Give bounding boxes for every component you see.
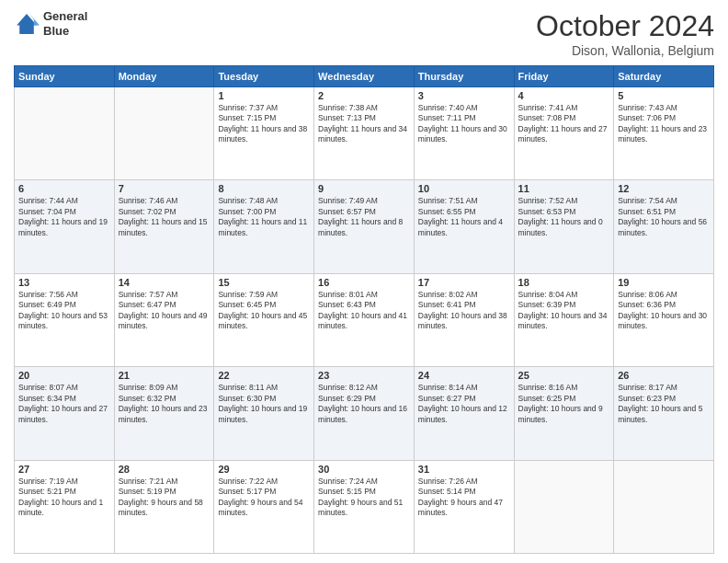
- cell-details: Sunrise: 7:38 AM Sunset: 7:13 PM Dayligh…: [318, 103, 410, 145]
- cell-details: Sunrise: 7:24 AM Sunset: 5:15 PM Dayligh…: [318, 477, 410, 519]
- day-header-tuesday: Tuesday: [214, 66, 314, 87]
- day-number: 4: [518, 90, 610, 101]
- day-number: 20: [18, 370, 110, 381]
- day-number: 17: [418, 277, 510, 288]
- day-number: 14: [119, 277, 210, 288]
- cell-details: Sunrise: 7:48 AM Sunset: 7:00 PM Dayligh…: [218, 196, 310, 238]
- calendar-week-row: 13Sunrise: 7:56 AM Sunset: 6:49 PM Dayli…: [15, 273, 714, 366]
- calendar-cell: 17Sunrise: 8:02 AM Sunset: 6:41 PM Dayli…: [414, 273, 514, 366]
- calendar-cell: 27Sunrise: 7:19 AM Sunset: 5:21 PM Dayli…: [15, 460, 115, 553]
- calendar-cell: 31Sunrise: 7:26 AM Sunset: 5:14 PM Dayli…: [414, 460, 514, 553]
- cell-details: Sunrise: 7:49 AM Sunset: 6:57 PM Dayligh…: [318, 196, 410, 238]
- cell-details: Sunrise: 7:46 AM Sunset: 7:02 PM Dayligh…: [119, 196, 210, 238]
- day-number: 7: [119, 183, 210, 194]
- day-number: 1: [218, 90, 310, 101]
- cell-details: Sunrise: 8:02 AM Sunset: 6:41 PM Dayligh…: [418, 290, 510, 332]
- cell-details: Sunrise: 8:16 AM Sunset: 6:25 PM Dayligh…: [518, 383, 610, 425]
- calendar-cell: 8Sunrise: 7:48 AM Sunset: 7:00 PM Daylig…: [214, 180, 314, 273]
- calendar-cell: 30Sunrise: 7:24 AM Sunset: 5:15 PM Dayli…: [314, 460, 415, 553]
- calendar-cell: [114, 87, 214, 180]
- day-number: 16: [318, 277, 410, 288]
- logo-line1: General: [43, 9, 87, 24]
- calendar-week-row: 27Sunrise: 7:19 AM Sunset: 5:21 PM Dayli…: [15, 460, 714, 553]
- calendar-cell: 15Sunrise: 7:59 AM Sunset: 6:45 PM Dayli…: [214, 273, 314, 366]
- day-number: 25: [518, 370, 610, 381]
- calendar-week-row: 1Sunrise: 7:37 AM Sunset: 7:15 PM Daylig…: [15, 87, 714, 180]
- calendar-week-row: 20Sunrise: 8:07 AM Sunset: 6:34 PM Dayli…: [15, 367, 714, 460]
- cell-details: Sunrise: 8:01 AM Sunset: 6:43 PM Dayligh…: [318, 290, 410, 332]
- day-number: 31: [418, 464, 510, 475]
- cell-details: Sunrise: 7:56 AM Sunset: 6:49 PM Dayligh…: [18, 290, 110, 332]
- calendar-cell: 18Sunrise: 8:04 AM Sunset: 6:39 PM Dayli…: [514, 273, 614, 366]
- header: General Blue October 2024 Dison, Walloni…: [14, 9, 714, 58]
- calendar-cell: 24Sunrise: 8:14 AM Sunset: 6:27 PM Dayli…: [414, 367, 514, 460]
- calendar-cell: 20Sunrise: 8:07 AM Sunset: 6:34 PM Dayli…: [15, 367, 115, 460]
- cell-details: Sunrise: 8:17 AM Sunset: 6:23 PM Dayligh…: [618, 383, 710, 425]
- logo-line2: Blue: [43, 24, 87, 39]
- day-header-monday: Monday: [114, 66, 214, 87]
- cell-details: Sunrise: 8:04 AM Sunset: 6:39 PM Dayligh…: [518, 290, 610, 332]
- logo-text: General Blue: [43, 9, 87, 38]
- calendar-cell: 22Sunrise: 8:11 AM Sunset: 6:30 PM Dayli…: [214, 367, 314, 460]
- calendar-header-row: SundayMondayTuesdayWednesdayThursdayFrid…: [15, 66, 714, 87]
- cell-details: Sunrise: 7:41 AM Sunset: 7:08 PM Dayligh…: [518, 103, 610, 145]
- logo-icon: [14, 11, 40, 37]
- calendar-cell: 12Sunrise: 7:54 AM Sunset: 6:51 PM Dayli…: [614, 180, 714, 273]
- day-number: 2: [318, 90, 410, 101]
- day-number: 6: [18, 183, 110, 194]
- day-number: 5: [618, 90, 710, 101]
- day-number: 11: [518, 183, 610, 194]
- day-number: 10: [418, 183, 510, 194]
- cell-details: Sunrise: 7:43 AM Sunset: 7:06 PM Dayligh…: [618, 103, 710, 145]
- calendar-cell: 1Sunrise: 7:37 AM Sunset: 7:15 PM Daylig…: [214, 87, 314, 180]
- calendar-cell: 10Sunrise: 7:51 AM Sunset: 6:55 PM Dayli…: [414, 180, 514, 273]
- day-number: 27: [18, 464, 110, 475]
- day-number: 13: [18, 277, 110, 288]
- day-number: 15: [218, 277, 310, 288]
- logo: General Blue: [14, 9, 87, 38]
- calendar-cell: 25Sunrise: 8:16 AM Sunset: 6:25 PM Dayli…: [514, 367, 614, 460]
- day-number: 3: [418, 90, 510, 101]
- day-number: 30: [318, 464, 410, 475]
- cell-details: Sunrise: 8:11 AM Sunset: 6:30 PM Dayligh…: [218, 383, 310, 425]
- cell-details: Sunrise: 7:21 AM Sunset: 5:19 PM Dayligh…: [119, 477, 210, 519]
- cell-details: Sunrise: 7:19 AM Sunset: 5:21 PM Dayligh…: [18, 477, 110, 519]
- calendar-cell: 2Sunrise: 7:38 AM Sunset: 7:13 PM Daylig…: [314, 87, 415, 180]
- calendar-cell: 13Sunrise: 7:56 AM Sunset: 6:49 PM Dayli…: [15, 273, 115, 366]
- cell-details: Sunrise: 8:12 AM Sunset: 6:29 PM Dayligh…: [318, 383, 410, 425]
- calendar-cell: 26Sunrise: 8:17 AM Sunset: 6:23 PM Dayli…: [614, 367, 714, 460]
- cell-details: Sunrise: 7:59 AM Sunset: 6:45 PM Dayligh…: [218, 290, 310, 332]
- month-title: October 2024: [536, 9, 714, 43]
- day-number: 23: [318, 370, 410, 381]
- day-header-wednesday: Wednesday: [314, 66, 415, 87]
- calendar-cell: 14Sunrise: 7:57 AM Sunset: 6:47 PM Dayli…: [114, 273, 214, 366]
- calendar-cell: 28Sunrise: 7:21 AM Sunset: 5:19 PM Dayli…: [114, 460, 214, 553]
- cell-details: Sunrise: 8:14 AM Sunset: 6:27 PM Dayligh…: [418, 383, 510, 425]
- calendar-table: SundayMondayTuesdayWednesdayThursdayFrid…: [14, 65, 714, 554]
- cell-details: Sunrise: 8:06 AM Sunset: 6:36 PM Dayligh…: [618, 290, 710, 332]
- day-header-sunday: Sunday: [15, 66, 115, 87]
- calendar-cell: 9Sunrise: 7:49 AM Sunset: 6:57 PM Daylig…: [314, 180, 415, 273]
- day-number: 8: [218, 183, 310, 194]
- cell-details: Sunrise: 7:26 AM Sunset: 5:14 PM Dayligh…: [418, 477, 510, 519]
- day-header-thursday: Thursday: [414, 66, 514, 87]
- page: General Blue October 2024 Dison, Walloni…: [0, 0, 728, 563]
- cell-details: Sunrise: 8:09 AM Sunset: 6:32 PM Dayligh…: [119, 383, 210, 425]
- day-number: 18: [518, 277, 610, 288]
- calendar-cell: [514, 460, 614, 553]
- cell-details: Sunrise: 7:37 AM Sunset: 7:15 PM Dayligh…: [218, 103, 310, 145]
- calendar-cell: 3Sunrise: 7:40 AM Sunset: 7:11 PM Daylig…: [414, 87, 514, 180]
- cell-details: Sunrise: 7:57 AM Sunset: 6:47 PM Dayligh…: [119, 290, 210, 332]
- cell-details: Sunrise: 7:54 AM Sunset: 6:51 PM Dayligh…: [618, 196, 710, 238]
- cell-details: Sunrise: 7:40 AM Sunset: 7:11 PM Dayligh…: [418, 103, 510, 145]
- day-number: 19: [618, 277, 710, 288]
- day-number: 9: [318, 183, 410, 194]
- calendar-cell: [15, 87, 115, 180]
- calendar-cell: 6Sunrise: 7:44 AM Sunset: 7:04 PM Daylig…: [15, 180, 115, 273]
- day-header-friday: Friday: [514, 66, 614, 87]
- day-header-saturday: Saturday: [614, 66, 714, 87]
- cell-details: Sunrise: 7:44 AM Sunset: 7:04 PM Dayligh…: [18, 196, 110, 238]
- day-number: 26: [618, 370, 710, 381]
- calendar-cell: 7Sunrise: 7:46 AM Sunset: 7:02 PM Daylig…: [114, 180, 214, 273]
- calendar-cell: 21Sunrise: 8:09 AM Sunset: 6:32 PM Dayli…: [114, 367, 214, 460]
